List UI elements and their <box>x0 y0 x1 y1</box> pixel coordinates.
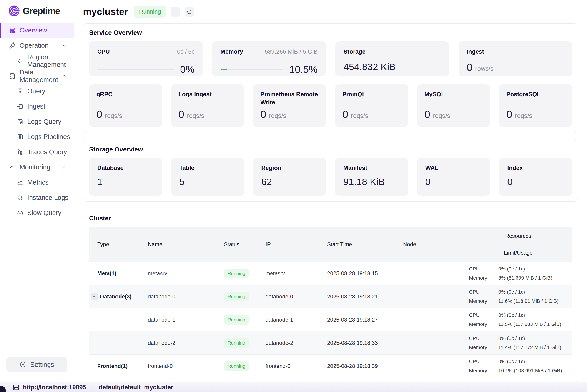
row-name: datanode-1 <box>143 316 219 323</box>
database-path: default/default_mycluster <box>99 384 173 391</box>
settings-button[interactable]: Settings <box>6 357 67 372</box>
speedometer-icon <box>16 210 24 217</box>
sidebar-item-traces-query[interactable]: Traces Query <box>0 144 74 160</box>
postgresql-unit: reqs/s <box>515 112 532 120</box>
service-overview-top-cards: CPU 0c / 5c 0% Memory 539.266 MiB / 5 Gi… <box>89 41 572 76</box>
refresh-button[interactable] <box>185 7 194 16</box>
manifest-card: Manifest 91.18 KiB <box>335 158 408 196</box>
table-row-metasrv: Meta(1) metasrv Running metasrv 2025-08-… <box>89 262 572 285</box>
promql-value: 0 <box>342 108 348 120</box>
document-edit-icon <box>16 118 24 125</box>
col-type: Type <box>89 227 143 262</box>
memory-progress-fill <box>220 68 227 70</box>
col-resources-group: Resources Limit/Usage <box>464 227 572 262</box>
row-name: frontend-0 <box>143 363 219 369</box>
wal-card: WAL 0 <box>417 158 490 196</box>
postgresql-label: PostgreSQL <box>506 90 565 98</box>
database-selector[interactable]: default/default_mycluster <box>99 384 173 391</box>
row-resources: CPU0% (0c / 1c) Memory8% (81.609 MiB / 1… <box>464 266 572 281</box>
sidebar-item-label: Slow Query <box>27 209 61 217</box>
memory-usage: 11.4% (117.172 MiB / 1 GiB) <box>494 344 572 350</box>
row-status: Running <box>219 269 261 278</box>
wal-value: 0 <box>425 176 482 187</box>
promql-label: PromQL <box>342 90 401 98</box>
action-button[interactable] <box>170 7 180 16</box>
sidebar-item-query[interactable]: Query <box>0 84 74 99</box>
sidebar-item-monitoring[interactable]: Monitoring <box>0 160 74 175</box>
cpu-usage: 0% (0c / 1c) <box>494 336 572 341</box>
cpu-progress-track <box>97 68 174 70</box>
sidebar-item-label: Metrics <box>27 179 49 186</box>
chart-line-icon <box>9 164 16 171</box>
manifest-value: 91.18 KiB <box>343 176 400 187</box>
chevron-up-icon[interactable] <box>61 73 67 79</box>
storage-overview-title: Storage Overview <box>89 146 572 153</box>
row-ip: datanode-1 <box>261 316 323 323</box>
sidebar-item-logs-query[interactable]: Logs Query <box>0 114 74 129</box>
server-icon <box>13 384 19 391</box>
memory-row-label: Memory <box>464 368 494 374</box>
row-resources: CPU0% (0c / 1c) Memory10.1% (103.691 MiB… <box>464 358 572 374</box>
status-badge: Running <box>224 338 249 348</box>
sidebar-item-overview[interactable]: Overview <box>0 23 74 38</box>
prometheus-remote-write-unit: reqs/s <box>269 112 286 120</box>
sidebar-item-label: Operation <box>20 42 49 49</box>
cpu-row-label: CPU <box>464 289 494 295</box>
cpu-row-label: CPU <box>464 358 494 364</box>
memory-label: Memory <box>220 48 243 56</box>
mysql-unit: reqs/s <box>433 112 450 120</box>
col-start-time: Start Time <box>323 227 399 262</box>
row-type-label: Datanode(3) <box>100 294 132 300</box>
brand-logo[interactable]: Greptime <box>0 0 74 23</box>
server-url: http://localhost:19095 <box>23 384 86 391</box>
table-value: 5 <box>179 176 236 187</box>
sidebar-item-operation[interactable]: Operation <box>0 38 74 53</box>
row-start-time: 2025-08-28 19:18:39 <box>323 363 399 369</box>
row-name: datanode-0 <box>143 294 219 300</box>
status-badge: Running <box>224 292 249 302</box>
manifest-label: Manifest <box>343 164 367 171</box>
row-name: datanode-2 <box>143 340 219 346</box>
index-value: 0 <box>507 176 564 187</box>
mysql-label: MySQL <box>424 90 483 98</box>
metrics-chart-icon <box>16 179 24 186</box>
service-overview-title: Service Overview <box>89 29 572 36</box>
col-ip: IP <box>261 227 323 262</box>
ingest-label: Ingest <box>467 48 484 56</box>
gear-icon <box>19 361 27 368</box>
index-card: Index 0 <box>499 158 572 196</box>
sidebar-item-label: Query <box>27 88 45 95</box>
status-badge: Running <box>224 361 249 371</box>
sidebar-item-metrics[interactable]: Metrics <box>0 175 74 190</box>
database-card: Database 1 <box>89 158 162 196</box>
sidebar-item-label: Overview <box>20 26 47 34</box>
memory-row-label: Memory <box>464 275 494 281</box>
collapse-minus-icon[interactable] <box>91 293 98 300</box>
cluster-title: mycluster <box>83 6 128 17</box>
sidebar-item-data-management[interactable]: Data Management <box>0 68 74 84</box>
logs-ingest-unit: reqs/s <box>187 112 204 120</box>
page-header: mycluster Running <box>83 0 578 24</box>
sidebar-item-label: Ingest <box>27 103 45 110</box>
ingest-icon <box>16 103 24 110</box>
wal-label: WAL <box>425 164 439 171</box>
memory-detail: 539.266 MiB / 5 GiB <box>265 48 318 55</box>
row-ip: frontend-0 <box>261 363 323 369</box>
sidebar-item-region-management[interactable]: Region Management <box>0 53 74 68</box>
search-icon <box>16 194 24 202</box>
sidebar-item-ingest[interactable]: Ingest <box>0 99 74 114</box>
chevron-up-icon[interactable] <box>61 165 67 170</box>
sidebar-item-slow-query[interactable]: Slow Query <box>0 205 74 220</box>
sidebar-item-instance-logs[interactable]: Instance Logs <box>0 190 74 205</box>
region-management-icon <box>16 57 24 64</box>
postgresql-card: PostgreSQL 0 reqs/s <box>499 84 572 127</box>
overview-icon <box>9 27 16 34</box>
server-url-item[interactable]: http://localhost:19095 <box>13 384 86 391</box>
sidebar-item-label: Logs Pipelines <box>27 133 70 140</box>
table-row-frontend-0: Frontend(1) frontend-0 Running frontend-… <box>89 354 572 378</box>
row-start-time: 2025-08-28 19:18:33 <box>323 340 399 346</box>
sidebar-item-logs-pipelines[interactable]: Logs Pipelines <box>0 129 74 144</box>
cluster-title-label: Cluster <box>89 214 572 222</box>
chevron-up-icon[interactable] <box>61 43 67 48</box>
sliders-icon <box>16 133 24 140</box>
